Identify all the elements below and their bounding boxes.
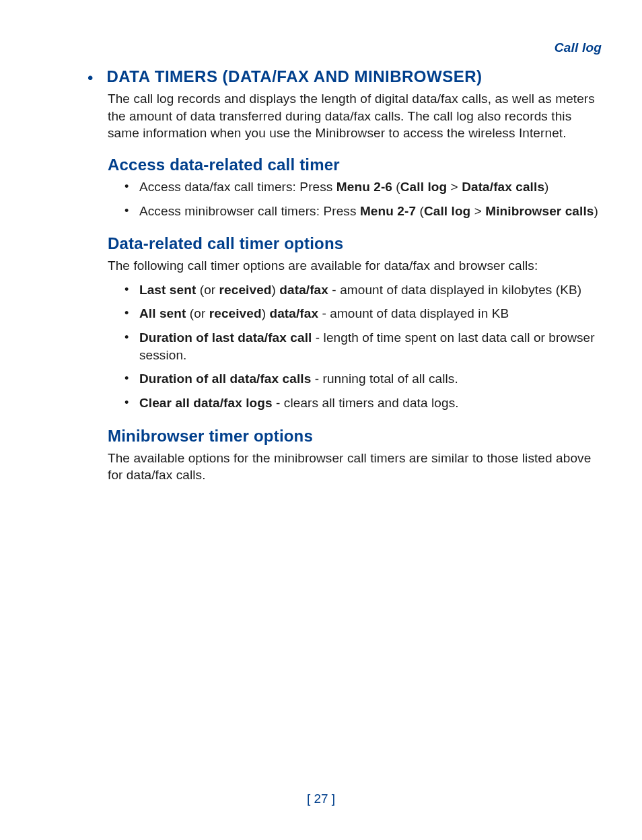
text-bold: Call log [424, 204, 470, 218]
text: Access data/fax call timers: Press [139, 180, 336, 194]
text: - amount of data displayed in kilobytes … [328, 283, 581, 297]
text-bold: data/fax [279, 283, 328, 297]
options-list: Last sent (or received) data/fax - amoun… [40, 281, 602, 412]
text: Access minibrowser call timers: Press [139, 204, 360, 218]
text-bold: Minibrowser calls [485, 204, 594, 218]
list-item: Duration of all data/fax calls - running… [124, 370, 602, 388]
text: ( [392, 180, 400, 194]
text: ) [262, 306, 270, 320]
text-bold: Data/fax calls [462, 180, 544, 194]
section-heading-access: Access data-related call timer [40, 155, 602, 174]
list-item: Clear all data/fax logs - clears all tim… [124, 394, 602, 412]
list-item: All sent (or received) data/fax - amount… [124, 305, 602, 322]
text-bold: received [219, 283, 272, 297]
text: ) [544, 180, 548, 194]
text: > [470, 204, 485, 218]
text: > [447, 180, 462, 194]
text: - amount of data displayed in KB [318, 306, 509, 320]
text-bold: All sent [139, 306, 186, 320]
access-list: Access data/fax call timers: Press Menu … [40, 178, 602, 219]
text: ( [416, 204, 424, 218]
page-number: [ 27 ] [0, 792, 642, 806]
main-heading: DATA TIMERS (DATA/FAX AND MINIBROWSER) [106, 67, 482, 86]
text-bold: Duration of all data/fax calls [139, 372, 311, 386]
minibrowser-paragraph: The available options for the minibrowse… [40, 450, 602, 484]
bullet-icon: • [87, 70, 93, 86]
text-bold: received [209, 306, 262, 320]
section-heading-options: Data-related call timer options [40, 234, 602, 253]
running-header: Call log [40, 40, 602, 55]
text: - running total of all calls. [311, 372, 458, 386]
list-item: Last sent (or received) data/fax - amoun… [124, 281, 602, 299]
text-bold: Duration of last data/fax call [139, 330, 312, 345]
main-heading-row: • DATA TIMERS (DATA/FAX AND MINIBROWSER) [40, 67, 602, 86]
text-bold: Menu 2-7 [360, 204, 416, 218]
text: (or [196, 283, 219, 297]
text-bold: Last sent [139, 283, 196, 297]
list-item: Duration of last data/fax call - length … [124, 329, 602, 363]
text-bold: Call log [400, 180, 447, 194]
list-item: Access minibrowser call timers: Press Me… [124, 203, 602, 220]
list-item: Access data/fax call timers: Press Menu … [124, 178, 602, 196]
text: ) [272, 283, 280, 297]
options-intro: The following call timer options are ava… [40, 257, 602, 275]
text-bold: Menu 2-6 [336, 180, 392, 194]
text: (or [186, 306, 209, 320]
text: ) [594, 204, 598, 218]
text-bold: data/fax [269, 306, 318, 320]
text-bold: Clear all data/fax logs [139, 396, 273, 410]
page: Call log • DATA TIMERS (DATA/FAX AND MIN… [0, 0, 642, 840]
intro-paragraph: The call log records and displays the le… [40, 90, 602, 142]
text: - clears all timers and data logs. [273, 396, 459, 410]
section-heading-minibrowser: Minibrowser timer options [40, 427, 602, 446]
